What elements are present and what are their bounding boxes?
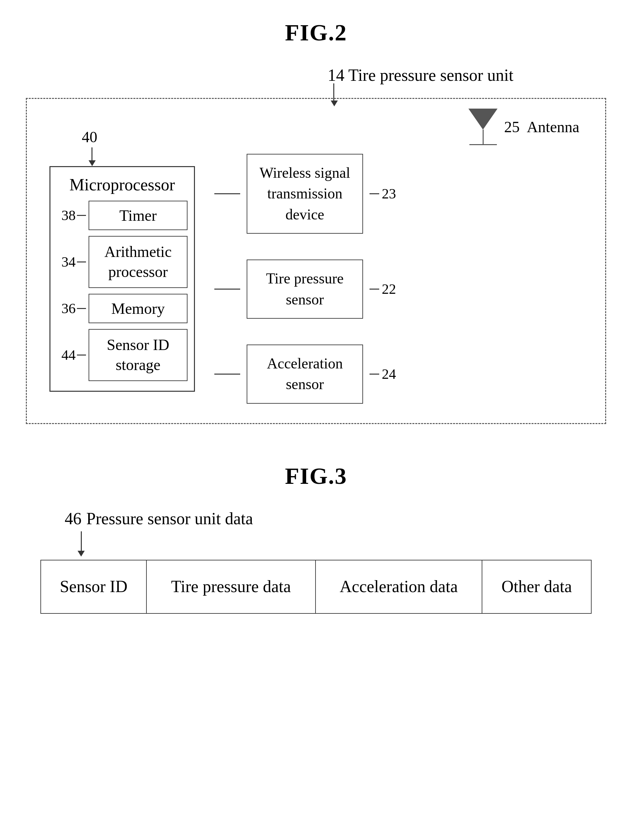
- tire-ref-area: 22: [370, 281, 396, 297]
- outer-label: 14 Tire pressure sensor unit: [327, 66, 514, 85]
- outer-ref: 14: [327, 66, 344, 84]
- tire-ref-line: [370, 289, 379, 290]
- fig2-inner-layout: 40 Microprocessor 38: [49, 128, 586, 404]
- accel-connect-line: [214, 374, 240, 374]
- arithmetic-ref-area: 34: [57, 254, 86, 270]
- sensor-id-ref: 44: [62, 347, 76, 363]
- memory-block: Memory: [88, 294, 188, 323]
- arithmetic-ref-line: [78, 262, 86, 262]
- table-cell-sensor-id: Sensor ID: [41, 560, 147, 613]
- timer-row: 38 Timer: [57, 201, 188, 230]
- table-cell-acceleration: Acceleration data: [316, 560, 482, 613]
- timer-ref: 38: [62, 207, 76, 224]
- sensor-id-row: 44 Sensor ID storage: [57, 329, 188, 381]
- memory-ref-line: [78, 308, 86, 309]
- timer-ref-area: 38: [57, 207, 86, 224]
- timer-ref-line: [78, 215, 86, 216]
- accel-ref-area: 24: [370, 366, 396, 382]
- memory-row: 36 Memory: [57, 294, 188, 323]
- table-cell-tire-pressure: Tire pressure data: [147, 560, 315, 613]
- fig3-arrow-head: [77, 551, 85, 557]
- outer-label-text: Tire pressure sensor unit: [348, 66, 514, 84]
- microprocessor-section: 40 Microprocessor 38: [49, 128, 195, 392]
- right-sensors-column: Wireless signal transmission device 23 T…: [214, 128, 586, 404]
- tire-pressure-block: Tire pressure sensor: [246, 259, 363, 319]
- fig3-data-ref: 46: [65, 509, 81, 528]
- fig3-arrow: [77, 531, 85, 557]
- accel-ref-line: [370, 374, 379, 374]
- wireless-ref: 23: [382, 186, 396, 202]
- wireless-connect-line: [214, 193, 240, 194]
- acceleration-sensor-row: Acceleration sensor 24: [214, 344, 586, 404]
- fig3-wrapper: 46 Pressure sensor unit data Sensor ID T…: [26, 509, 606, 614]
- micro-ref-label: 40: [82, 128, 97, 146]
- wireless-ref-line: [370, 193, 379, 194]
- sensor-id-ref-area: 44: [57, 347, 86, 363]
- tire-pressure-sensor-row: Tire pressure sensor 22: [214, 259, 586, 319]
- table-row: Sensor ID Tire pressure data Acceleratio…: [41, 560, 591, 613]
- sensor-id-ref-line: [78, 355, 86, 355]
- microprocessor-box: Microprocessor 38 Timer: [49, 166, 195, 392]
- memory-ref: 36: [62, 300, 76, 317]
- acceleration-block: Acceleration sensor: [246, 344, 363, 404]
- wireless-block: Wireless signal transmission device: [246, 154, 363, 234]
- data-table: Sensor ID Tire pressure data Acceleratio…: [40, 560, 592, 614]
- wireless-sensor-row: Wireless signal transmission device 23: [214, 154, 586, 234]
- wireless-ref-area: 23: [370, 186, 396, 202]
- fig3-label-area: 46 Pressure sensor unit data: [65, 509, 253, 528]
- accel-ref: 24: [382, 366, 396, 382]
- fig2-wrapper: 14 Tire pressure sensor unit 25 Antenna: [26, 66, 606, 424]
- table-cell-other: Other data: [482, 560, 591, 613]
- outer-dashed-box: 25 Antenna 40 Microprocessor: [26, 98, 606, 424]
- page-container: FIG.2 14 Tire pressure sensor unit: [26, 19, 606, 614]
- fig2-title: FIG.2: [285, 19, 347, 46]
- micro-arrow-head: [88, 160, 96, 166]
- fig3-arrow-line: [81, 531, 82, 551]
- timer-block: Timer: [88, 201, 188, 230]
- antenna-triangle: [468, 109, 498, 129]
- microprocessor-title: Microprocessor: [57, 175, 188, 194]
- fig3-title: FIG.3: [285, 463, 347, 489]
- arithmetic-block: Arithmetic processor: [88, 236, 188, 288]
- tire-connect-line: [214, 289, 240, 290]
- memory-ref-area: 36: [57, 300, 86, 317]
- arithmetic-row: 34 Arithmetic processor: [57, 236, 188, 288]
- fig3-data-label: Pressure sensor unit data: [86, 509, 253, 528]
- arithmetic-ref: 34: [62, 254, 76, 270]
- micro-arrow-line: [92, 147, 92, 160]
- sensor-id-block: Sensor ID storage: [88, 329, 188, 381]
- tire-ref: 22: [382, 281, 396, 297]
